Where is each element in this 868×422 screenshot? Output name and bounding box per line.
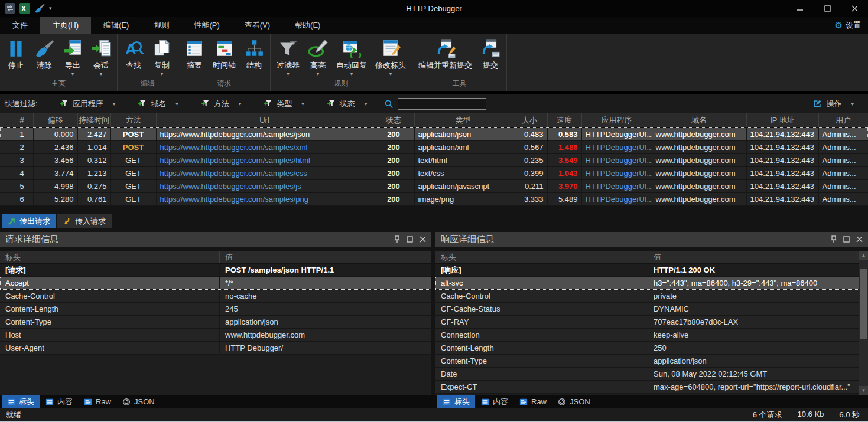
column-header-12[interactable]: 用户 (818, 113, 868, 127)
scrollbar-thumb[interactable] (860, 269, 867, 339)
response-row-expectct[interactable]: Expect-CTmax-age=604800, report-uri="htt… (435, 381, 859, 394)
maximize-panel-icon[interactable] (407, 236, 413, 243)
export-button[interactable]: 导出▾ (58, 38, 87, 78)
menu-item-help[interactable]: 帮助(E) (282, 17, 333, 34)
response-tab-headers[interactable]: 标头 (437, 395, 475, 408)
filter-status-button[interactable]: 状态▾ (318, 99, 376, 109)
close-panel-icon[interactable] (856, 236, 863, 243)
response-row-date[interactable]: DateSun, 08 May 2022 02:12:45 GMT (435, 368, 859, 381)
request-row-6[interactable]: 65.2800.761GEThttps://www.httpdebugger.c… (0, 192, 868, 205)
request-tab-raw[interactable]: Raw (79, 395, 116, 408)
request-row-accept[interactable]: Accept*/* (0, 277, 431, 290)
stream-tab-incoming[interactable]: 传入请求 (57, 214, 112, 228)
maximize-panel-icon[interactable] (843, 236, 850, 243)
response-row-contenttype[interactable]: Content-Typeapplication/json (435, 355, 859, 368)
request-row-host[interactable]: Hostwww.httpdebugger.com (0, 329, 431, 342)
response-row-cfcachestatus[interactable]: CF-Cache-StatusDYNAMIC (435, 303, 859, 316)
column-header-7[interactable]: 大小 (512, 113, 547, 127)
chevron-down-icon[interactable]: ▾ (161, 71, 164, 77)
modify-headers-button[interactable]: 修改标头▾ (371, 38, 410, 78)
menu-item-home[interactable]: 主页(H) (40, 17, 91, 34)
request-tab-headers[interactable]: 标头 (2, 395, 40, 408)
auto-reply-button[interactable]: 自动回复▾ (332, 38, 371, 78)
column-header-3[interactable]: 方法 (110, 113, 156, 127)
stream-tab-outgoing[interactable]: 传出请求 (2, 214, 56, 228)
column-header-value[interactable]: 值 (220, 251, 431, 263)
chevron-down-icon[interactable]: ▾ (71, 71, 74, 77)
scrollbar-track[interactable] (859, 260, 868, 387)
response-row-altsvc[interactable]: alt-svch3=":443"; ma=86400, h3-29=":443"… (435, 277, 859, 290)
timeline-button[interactable]: 时间轴 (209, 38, 240, 78)
chevron-down-icon[interactable]: ▾ (49, 5, 52, 11)
request-row-contenttype[interactable]: Content-Typeapplication/json (0, 316, 431, 329)
column-header-1[interactable]: 偏移 (33, 113, 77, 127)
close-panel-icon[interactable] (420, 236, 426, 243)
response-tab-raw[interactable]: Raw (514, 395, 552, 408)
app-icon[interactable] (5, 3, 15, 14)
response-tab-json[interactable]: JSON (552, 395, 596, 408)
column-header-name[interactable]: 标头 (0, 251, 220, 263)
request-row-5[interactable]: 54.9980.275GEThttps://www.httpdebugger.c… (0, 179, 868, 192)
pin-icon[interactable] (831, 235, 837, 243)
menu-item-view[interactable]: 查看(V) (232, 17, 282, 34)
scroll-down-icon[interactable]: ▼ (859, 386, 868, 395)
column-header-11[interactable]: IP 地址 (746, 113, 818, 127)
column-header-value[interactable]: 值 (648, 251, 859, 263)
structure-button[interactable]: 结构 (240, 38, 268, 78)
menu-item-performance[interactable]: 性能(P) (181, 17, 232, 34)
column-header-9[interactable]: 应用程序 (581, 113, 652, 127)
submit-button[interactable]: 提交 (476, 38, 505, 78)
session-button[interactable]: 会话▾ (87, 38, 115, 78)
chevron-down-icon[interactable]: ▾ (287, 71, 290, 77)
request-tab-json[interactable]: JSON (117, 395, 160, 408)
chevron-down-icon[interactable]: ▾ (317, 71, 320, 77)
chevron-down-icon[interactable]: ▾ (100, 71, 103, 77)
filter-type-button[interactable]: 类型▾ (255, 99, 313, 109)
excel-icon[interactable]: X (19, 3, 30, 14)
pin-icon[interactable] (394, 235, 400, 243)
brush-small-icon[interactable] (34, 3, 45, 14)
request-row-contentlength[interactable]: Content-Length245 (0, 303, 431, 316)
column-header-2[interactable]: 持续时间 (77, 113, 110, 127)
column-header-5[interactable]: 状态 (373, 113, 414, 127)
stop-button[interactable]: 停止 (2, 38, 30, 78)
menu-item-edit[interactable]: 编辑(E) (91, 17, 141, 34)
column-header-0[interactable]: # (11, 113, 33, 127)
chevron-down-icon[interactable]: ▾ (350, 71, 353, 77)
copy-button[interactable]: 复制▾ (148, 38, 176, 78)
request-row-3[interactable]: 33.4560.312GEThttps://www.httpdebugger.c… (0, 153, 868, 166)
response-row-contentlength[interactable]: Content-Length250 (435, 342, 859, 355)
filter-application-button[interactable]: 应用程序▾ (51, 99, 125, 109)
response-row-[interactable]: [响应]HTTP/1.1 200 OK (435, 264, 859, 277)
filter-method-button[interactable]: 方法▾ (192, 99, 251, 109)
column-header-8[interactable]: 速度 (547, 113, 581, 127)
menu-item-rules[interactable]: 规则 (141, 17, 181, 34)
vertical-scrollbar[interactable]: ▲ ▼ (859, 251, 868, 395)
response-row-cfray[interactable]: CF-RAY707eac17b80e7d8c-LAX (435, 316, 859, 329)
find-button[interactable]: A查找 (119, 38, 148, 78)
request-row-cachecontrol[interactable]: Cache-Controlno-cache (0, 290, 431, 303)
filter-domain-button[interactable]: 域名▾ (129, 99, 187, 109)
response-row-cachecontrol[interactable]: Cache-Controlprivate (435, 290, 859, 303)
settings-button[interactable]: ⚙ 设置 (835, 17, 868, 34)
summary-button[interactable]: 摘要 (180, 38, 209, 78)
request-row-2[interactable]: 22.4361.014POSThttps://www.httpdebugger.… (0, 140, 868, 153)
search-input[interactable] (398, 98, 486, 110)
highlight-button[interactable]: 高亮▾ (304, 38, 332, 78)
maximize-button[interactable] (814, 0, 841, 17)
clear-button[interactable]: 清除 (30, 38, 58, 78)
request-row-[interactable]: [请求]POST /samples/json HTTP/1.1 (0, 264, 431, 277)
edit-resubmit-button[interactable]: 编辑并重新提交 (414, 38, 476, 78)
request-row-4[interactable]: 43.7741.213GEThttps://www.httpdebugger.c… (0, 166, 868, 179)
filter-button[interactable]: 过滤器▾ (272, 38, 304, 78)
close-button[interactable] (841, 0, 868, 17)
column-header-4[interactable]: Url (156, 113, 373, 127)
scroll-up-icon[interactable]: ▲ (859, 251, 868, 260)
request-tab-content[interactable]: 内容 (40, 395, 78, 408)
column-header-6[interactable]: 类型 (414, 113, 512, 127)
request-row-1[interactable]: 10.0002.427POSThttps://www.httpdebugger.… (0, 127, 868, 140)
menu-item-file[interactable]: 文件 (0, 17, 40, 34)
column-header-name[interactable]: 标头 (435, 251, 648, 263)
response-row-connection[interactable]: Connectionkeep-alive (435, 329, 859, 342)
actions-button[interactable]: 操作 ▾ (813, 99, 863, 109)
